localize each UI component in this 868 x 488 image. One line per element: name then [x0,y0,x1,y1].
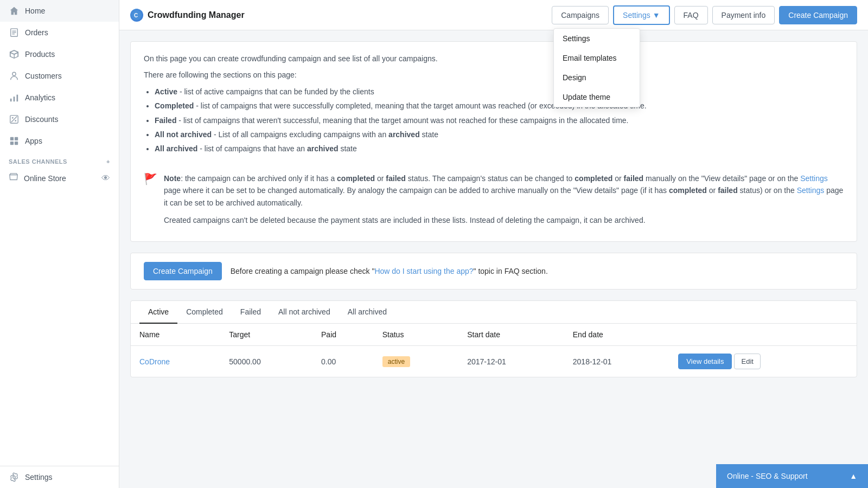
list-item-all-archived: All archived - list of campaigns that ha… [155,143,844,155]
dropdown-item-update-theme[interactable]: Update theme [554,87,640,107]
row-actions: View details Edit [678,354,848,369]
campaigns-table-container: Name Target Paid Status Start date End d… [131,324,857,377]
chat-widget[interactable]: Online - SEO & Support ▲ [716,464,868,488]
svg-rect-5 [10,99,12,101]
sidebar: Home Orders Products Customers Analytics… [0,0,119,488]
intro-paragraph-2: There are following the sections on this… [144,69,844,81]
settings-dropdown-button[interactable]: Settings ▼ [613,5,669,25]
topbar: C Crowdfunding Manager Campaigns Setting… [119,0,868,30]
sidebar-nav-item-home[interactable]: Home [0,0,119,22]
col-status: Status [374,324,459,346]
svg-text:C: C [134,12,138,18]
faq-link[interactable]: How do I start using the app? [374,267,473,275]
home-icon [9,5,20,16]
col-end-date: End date [564,324,670,346]
status-badge: active [382,356,410,367]
svg-point-4 [12,72,16,75]
list-item-active: Active - list of active campaigns that c… [155,86,844,98]
tab-all-not-archived[interactable]: All not archived [270,301,339,324]
sections-list: Active - list of active campaigns that c… [155,86,844,155]
cell-name: CoDrone [131,346,220,377]
payment-info-button[interactable]: Payment info [712,6,775,24]
orders-icon [9,27,20,38]
note-text: Note: the campaign can be archived only … [164,172,844,231]
settings-dropdown-menu: Settings Email templates Design Update t… [553,28,640,107]
list-item-all-not-archived: All not archived - List of all campaigns… [155,129,844,140]
table-row: CoDrone 50000.00 0.00 active 2017-12-01 … [131,346,857,377]
svg-point-16 [13,476,16,479]
svg-point-9 [15,120,16,121]
sidebar-item-online-store[interactable]: Online Store 👁 [0,167,119,189]
svg-line-10 [11,117,17,123]
intro-paragraph-1: On this page you can create crowdfunding… [144,53,844,65]
cell-start-date: 2017-12-01 [458,346,564,377]
edit-button[interactable]: Edit [734,354,760,369]
eye-icon[interactable]: 👁 [101,174,110,183]
cell-status: active [374,346,459,377]
settings-gear-icon [9,472,20,483]
chat-label: Online - SEO & Support [727,472,808,480]
discounts-icon [9,114,20,125]
tab-completed[interactable]: Completed [177,301,232,324]
svg-rect-14 [10,142,14,145]
footer-note: Created campaigns can't be deleted becau… [164,214,844,226]
tab-active[interactable]: Active [139,301,177,324]
analytics-icon [9,92,20,103]
chat-chevron-icon: ▲ [850,472,857,480]
create-campaign-topbar-button[interactable]: Create Campaign [779,6,857,24]
customers-icon [9,70,20,81]
svg-rect-15 [15,142,18,145]
col-actions [669,324,857,346]
add-sales-channel-icon[interactable]: + [106,158,110,165]
dropdown-item-settings[interactable]: Settings [554,29,640,48]
cell-end-date: 2018-12-01 [564,346,670,377]
col-name: Name [131,324,220,346]
settings-link-2[interactable]: Settings [797,186,825,195]
app-title: C Crowdfunding Manager [130,9,545,22]
col-paid: Paid [312,324,374,346]
sales-channels-section: SALES CHANNELS + [0,152,119,167]
svg-rect-13 [15,137,18,140]
list-item-completed: Completed - list of campaigns that were … [155,100,844,112]
sidebar-nav-item-products[interactable]: Products [0,43,119,65]
view-details-button[interactable]: View details [678,354,732,369]
campaigns-button[interactable]: Campaigns [552,6,609,24]
sidebar-nav-item-apps[interactable]: Apps [0,130,119,152]
sidebar-nav-item-analytics[interactable]: Analytics [0,87,119,108]
flag-icon: 🚩 [144,172,157,231]
sidebar-nav-item-customers[interactable]: Customers [0,65,119,87]
apps-icon [9,136,20,146]
cell-target: 50000.00 [220,346,312,377]
list-item-failed: Failed - list of campaigns that weren't … [155,114,844,126]
chevron-down-icon: ▼ [653,11,660,20]
faq-button[interactable]: FAQ [674,6,708,24]
create-campaign-action-button[interactable]: Create Campaign [144,262,222,280]
dropdown-item-email-templates[interactable]: Email templates [554,48,640,68]
campaigns-card: Active Completed Failed All not archived… [130,300,857,377]
products-icon [9,49,20,60]
campaigns-tabs: Active Completed Failed All not archived… [131,301,857,324]
sidebar-nav-item-orders[interactable]: Orders [0,22,119,43]
dropdown-item-design[interactable]: Design [554,68,640,87]
svg-rect-7 [17,95,18,102]
sidebar-settings-item[interactable]: Settings [0,466,119,488]
note-box: 🚩 Note: the campaign can be archived onl… [144,164,844,231]
action-card-text: Before creating a campaign please check … [231,267,548,275]
info-card: On this page you can create crowdfunding… [130,41,857,242]
tab-all-archived[interactable]: All archived [339,301,395,324]
app-logo: C [130,9,143,22]
cell-paid: 0.00 [312,346,374,377]
svg-rect-12 [10,137,14,140]
topbar-actions: Campaigns Settings ▼ FAQ Payment info Cr… [552,5,857,25]
content-area: On this page you can create crowdfunding… [119,30,868,488]
svg-point-8 [12,117,14,119]
action-card: Create Campaign Before creating a campai… [130,253,857,290]
svg-rect-6 [14,97,15,101]
cell-actions: View details Edit [669,346,857,377]
tab-failed[interactable]: Failed [232,301,270,324]
online-store-icon [9,172,18,184]
campaign-name-link[interactable]: CoDrone [139,357,170,366]
sidebar-nav-item-discounts[interactable]: Discounts [0,108,119,130]
col-start-date: Start date [458,324,564,346]
settings-link-1[interactable]: Settings [800,174,828,183]
